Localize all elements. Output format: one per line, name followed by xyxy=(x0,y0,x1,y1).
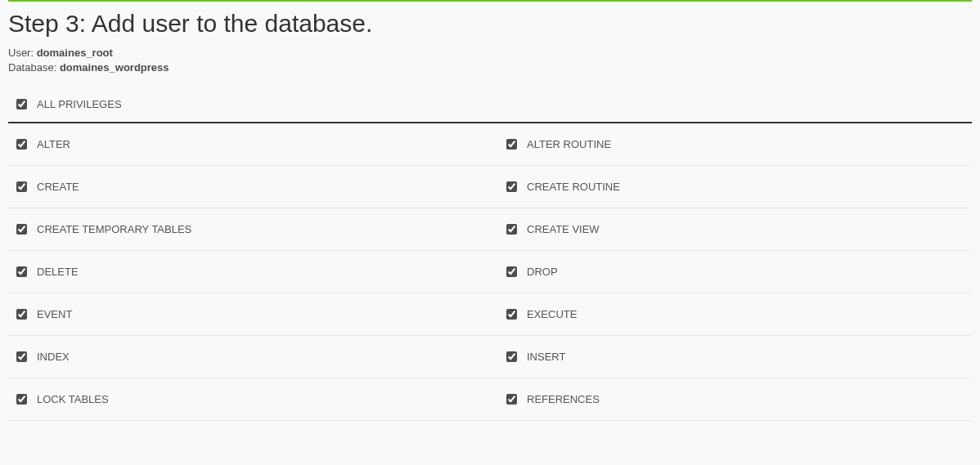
privilege-lock-tables-checkbox[interactable] xyxy=(16,394,27,405)
privilege-insert-checkbox[interactable] xyxy=(506,351,517,362)
main-container: Step 3: Add user to the database. User: … xyxy=(0,2,980,429)
privilege-drop: DROP xyxy=(490,251,972,293)
privilege-index-checkbox[interactable] xyxy=(16,351,27,362)
database-meta-line: Database: domaines_wordpress xyxy=(8,60,972,75)
privilege-delete-checkbox[interactable] xyxy=(16,266,27,277)
privilege-alter-routine: ALTER ROUTINE xyxy=(490,123,972,166)
privilege-references-checkbox[interactable] xyxy=(506,394,517,405)
privilege-alter-routine-checkbox[interactable] xyxy=(506,139,517,150)
privilege-references-label[interactable]: REFERENCES xyxy=(527,393,600,405)
privilege-delete-label[interactable]: DELETE xyxy=(37,266,79,278)
database-label: Database: xyxy=(8,61,60,74)
privilege-create-temp-tables-checkbox[interactable] xyxy=(16,224,27,235)
all-privileges-label[interactable]: ALL PRIVILEGES xyxy=(37,98,122,110)
user-value: domaines_root xyxy=(37,47,113,59)
privilege-create-temp-tables-label[interactable]: CREATE TEMPORARY TABLES xyxy=(37,223,191,235)
privilege-event: EVENT xyxy=(8,293,490,336)
privilege-references: REFERENCES xyxy=(490,378,972,421)
all-privileges-checkbox[interactable] xyxy=(16,99,27,110)
privilege-delete: DELETE xyxy=(8,251,490,293)
privilege-alter-checkbox[interactable] xyxy=(16,139,27,150)
privilege-alter: ALTER xyxy=(8,123,490,166)
privilege-index: INDEX xyxy=(8,336,490,378)
step-title: Step 3: Add user to the database. xyxy=(8,10,972,38)
privilege-drop-label[interactable]: DROP xyxy=(527,266,558,278)
user-label: User: xyxy=(8,47,37,59)
all-privileges-row: ALL PRIVILEGES xyxy=(8,98,972,122)
privileges-section: ALL PRIVILEGES ALTER ALTER ROUTINE CREAT… xyxy=(8,98,972,421)
privilege-lock-tables: LOCK TABLES xyxy=(8,378,490,421)
privilege-event-checkbox[interactable] xyxy=(16,309,27,320)
privilege-event-label[interactable]: EVENT xyxy=(37,308,72,320)
privilege-insert-label[interactable]: INSERT xyxy=(527,351,565,363)
privilege-create-routine-checkbox[interactable] xyxy=(506,181,517,192)
privilege-execute: EXECUTE xyxy=(490,293,972,336)
privilege-create: CREATE xyxy=(8,166,490,208)
privilege-create-temp-tables: CREATE TEMPORARY TABLES xyxy=(8,208,490,251)
privilege-execute-checkbox[interactable] xyxy=(506,309,517,320)
privilege-alter-label[interactable]: ALTER xyxy=(37,138,70,150)
privilege-create-view-checkbox[interactable] xyxy=(506,224,517,235)
privilege-create-view: CREATE VIEW xyxy=(490,208,972,251)
privilege-create-checkbox[interactable] xyxy=(16,181,27,192)
privilege-create-label[interactable]: CREATE xyxy=(37,181,79,193)
privilege-insert: INSERT xyxy=(490,336,972,378)
privilege-drop-checkbox[interactable] xyxy=(506,266,517,277)
database-value: domaines_wordpress xyxy=(60,61,169,74)
user-meta-line: User: domaines_root xyxy=(8,46,972,60)
privileges-grid: ALTER ALTER ROUTINE CREATE CREATE ROUTIN… xyxy=(8,123,972,421)
privilege-alter-routine-label[interactable]: ALTER ROUTINE xyxy=(527,138,611,150)
privilege-create-routine-label[interactable]: CREATE ROUTINE xyxy=(527,181,620,193)
privilege-execute-label[interactable]: EXECUTE xyxy=(527,308,577,320)
privilege-create-view-label[interactable]: CREATE VIEW xyxy=(527,223,600,235)
privilege-index-label[interactable]: INDEX xyxy=(37,351,70,363)
privilege-create-routine: CREATE ROUTINE xyxy=(490,166,972,208)
privilege-lock-tables-label[interactable]: LOCK TABLES xyxy=(37,393,109,405)
